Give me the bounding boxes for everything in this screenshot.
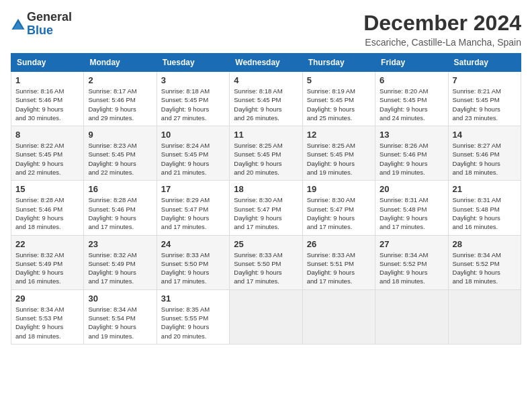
calendar-cell: 3Sunrise: 8:18 AM Sunset: 5:45 PM Daylig… bbox=[157, 72, 229, 126]
week-row-1: 1Sunrise: 8:16 AM Sunset: 5:46 PM Daylig… bbox=[11, 72, 521, 126]
day-info: Sunrise: 8:27 AM Sunset: 5:46 PM Dayligh… bbox=[453, 141, 517, 177]
calendar-cell: 18Sunrise: 8:30 AM Sunset: 5:47 PM Dayli… bbox=[230, 181, 302, 235]
day-number: 16 bbox=[88, 184, 152, 194]
calendar-cell: 22Sunrise: 8:32 AM Sunset: 5:49 PM Dayli… bbox=[11, 235, 84, 289]
day-info: Sunrise: 8:20 AM Sunset: 5:45 PM Dayligh… bbox=[380, 87, 443, 122]
day-info: Sunrise: 8:30 AM Sunset: 5:47 PM Dayligh… bbox=[234, 195, 298, 231]
logo-line1: General bbox=[27, 11, 72, 24]
logo-icon bbox=[11, 17, 26, 32]
calendar-cell: 21Sunrise: 8:31 AM Sunset: 5:48 PM Dayli… bbox=[448, 181, 521, 235]
day-number: 28 bbox=[453, 239, 517, 249]
calendar-cell: 5Sunrise: 8:19 AM Sunset: 5:45 PM Daylig… bbox=[302, 72, 375, 126]
calendar-header-row: SundayMondayTuesdayWednesdayThursdayFrid… bbox=[11, 54, 521, 72]
calendar-cell: 31Sunrise: 8:35 AM Sunset: 5:55 PM Dayli… bbox=[157, 289, 229, 344]
location-subtitle: Escariche, Castille-La Mancha, Spain bbox=[363, 37, 521, 48]
calendar-cell: 28Sunrise: 8:34 AM Sunset: 5:52 PM Dayli… bbox=[448, 235, 521, 289]
day-info: Sunrise: 8:33 AM Sunset: 5:50 PM Dayligh… bbox=[161, 250, 225, 286]
day-info: Sunrise: 8:26 AM Sunset: 5:46 PM Dayligh… bbox=[380, 141, 443, 177]
day-number: 15 bbox=[15, 184, 79, 194]
calendar-cell bbox=[448, 289, 521, 344]
calendar-cell: 2Sunrise: 8:17 AM Sunset: 5:46 PM Daylig… bbox=[84, 72, 157, 126]
calendar-cell: 16Sunrise: 8:28 AM Sunset: 5:46 PM Dayli… bbox=[84, 181, 157, 235]
day-number: 23 bbox=[88, 239, 152, 249]
page-header: General Blue December 2024 Escariche, Ca… bbox=[11, 11, 521, 48]
day-number: 4 bbox=[234, 75, 298, 85]
day-number: 17 bbox=[161, 184, 225, 194]
calendar-cell: 15Sunrise: 8:28 AM Sunset: 5:46 PM Dayli… bbox=[11, 181, 84, 235]
title-block: December 2024 Escariche, Castille-La Man… bbox=[363, 11, 521, 48]
day-info: Sunrise: 8:19 AM Sunset: 5:45 PM Dayligh… bbox=[307, 87, 371, 122]
week-row-5: 29Sunrise: 8:34 AM Sunset: 5:53 PM Dayli… bbox=[11, 289, 521, 344]
week-row-2: 8Sunrise: 8:22 AM Sunset: 5:45 PM Daylig… bbox=[11, 126, 521, 181]
calendar-cell: 29Sunrise: 8:34 AM Sunset: 5:53 PM Dayli… bbox=[11, 289, 84, 344]
calendar-cell bbox=[302, 289, 375, 344]
calendar-cell: 12Sunrise: 8:25 AM Sunset: 5:45 PM Dayli… bbox=[302, 126, 375, 181]
day-number: 22 bbox=[15, 239, 79, 249]
day-number: 14 bbox=[453, 130, 517, 140]
calendar-cell: 30Sunrise: 8:34 AM Sunset: 5:54 PM Dayli… bbox=[84, 289, 157, 344]
day-info: Sunrise: 8:31 AM Sunset: 5:48 PM Dayligh… bbox=[380, 195, 443, 231]
day-number: 2 bbox=[88, 75, 152, 85]
calendar-cell: 27Sunrise: 8:34 AM Sunset: 5:52 PM Dayli… bbox=[375, 235, 448, 289]
day-number: 24 bbox=[161, 239, 225, 249]
calendar-cell: 1Sunrise: 8:16 AM Sunset: 5:46 PM Daylig… bbox=[11, 72, 84, 126]
day-number: 21 bbox=[453, 184, 517, 194]
calendar-cell bbox=[230, 289, 302, 344]
logo-line2: Blue bbox=[27, 24, 72, 38]
day-info: Sunrise: 8:28 AM Sunset: 5:46 PM Dayligh… bbox=[88, 195, 152, 231]
column-header-saturday: Saturday bbox=[448, 54, 521, 72]
day-info: Sunrise: 8:32 AM Sunset: 5:49 PM Dayligh… bbox=[15, 250, 79, 286]
week-row-3: 15Sunrise: 8:28 AM Sunset: 5:46 PM Dayli… bbox=[11, 181, 521, 235]
day-info: Sunrise: 8:16 AM Sunset: 5:46 PM Dayligh… bbox=[15, 87, 79, 122]
day-number: 30 bbox=[88, 293, 152, 304]
column-header-friday: Friday bbox=[375, 54, 448, 72]
day-info: Sunrise: 8:33 AM Sunset: 5:51 PM Dayligh… bbox=[307, 250, 371, 286]
day-number: 29 bbox=[15, 293, 79, 304]
day-number: 11 bbox=[234, 130, 298, 140]
day-info: Sunrise: 8:35 AM Sunset: 5:55 PM Dayligh… bbox=[161, 305, 225, 340]
week-row-4: 22Sunrise: 8:32 AM Sunset: 5:49 PM Dayli… bbox=[11, 235, 521, 289]
day-number: 8 bbox=[15, 130, 79, 140]
calendar-cell: 9Sunrise: 8:23 AM Sunset: 5:45 PM Daylig… bbox=[84, 126, 157, 181]
day-number: 1 bbox=[15, 75, 79, 85]
day-info: Sunrise: 8:34 AM Sunset: 5:52 PM Dayligh… bbox=[380, 250, 443, 286]
day-info: Sunrise: 8:30 AM Sunset: 5:47 PM Dayligh… bbox=[307, 195, 371, 231]
column-header-sunday: Sunday bbox=[11, 54, 84, 72]
column-header-thursday: Thursday bbox=[302, 54, 375, 72]
column-header-wednesday: Wednesday bbox=[230, 54, 302, 72]
day-number: 18 bbox=[234, 184, 298, 194]
calendar-cell: 14Sunrise: 8:27 AM Sunset: 5:46 PM Dayli… bbox=[448, 126, 521, 181]
day-info: Sunrise: 8:25 AM Sunset: 5:45 PM Dayligh… bbox=[307, 141, 371, 177]
day-info: Sunrise: 8:21 AM Sunset: 5:45 PM Dayligh… bbox=[453, 87, 517, 122]
day-info: Sunrise: 8:31 AM Sunset: 5:48 PM Dayligh… bbox=[453, 195, 517, 231]
day-number: 19 bbox=[307, 184, 371, 194]
day-number: 3 bbox=[161, 75, 225, 85]
day-info: Sunrise: 8:34 AM Sunset: 5:53 PM Dayligh… bbox=[15, 305, 79, 340]
day-info: Sunrise: 8:23 AM Sunset: 5:45 PM Dayligh… bbox=[88, 141, 152, 177]
calendar-cell: 8Sunrise: 8:22 AM Sunset: 5:45 PM Daylig… bbox=[11, 126, 84, 181]
column-header-monday: Monday bbox=[84, 54, 157, 72]
calendar-cell: 7Sunrise: 8:21 AM Sunset: 5:45 PM Daylig… bbox=[448, 72, 521, 126]
calendar-cell: 25Sunrise: 8:33 AM Sunset: 5:50 PM Dayli… bbox=[230, 235, 302, 289]
calendar-cell: 20Sunrise: 8:31 AM Sunset: 5:48 PM Dayli… bbox=[375, 181, 448, 235]
day-info: Sunrise: 8:28 AM Sunset: 5:46 PM Dayligh… bbox=[15, 195, 79, 231]
day-number: 12 bbox=[307, 130, 371, 140]
day-number: 20 bbox=[380, 184, 443, 194]
day-number: 31 bbox=[161, 293, 225, 304]
day-info: Sunrise: 8:22 AM Sunset: 5:45 PM Dayligh… bbox=[15, 141, 79, 177]
calendar-cell: 10Sunrise: 8:24 AM Sunset: 5:45 PM Dayli… bbox=[157, 126, 229, 181]
day-number: 6 bbox=[380, 75, 443, 85]
column-header-tuesday: Tuesday bbox=[157, 54, 229, 72]
day-number: 13 bbox=[380, 130, 443, 140]
calendar-cell: 6Sunrise: 8:20 AM Sunset: 5:45 PM Daylig… bbox=[375, 72, 448, 126]
day-info: Sunrise: 8:25 AM Sunset: 5:45 PM Dayligh… bbox=[234, 141, 298, 177]
day-number: 7 bbox=[453, 75, 517, 85]
day-info: Sunrise: 8:17 AM Sunset: 5:46 PM Dayligh… bbox=[88, 87, 152, 122]
month-title: December 2024 bbox=[363, 11, 521, 36]
day-info: Sunrise: 8:33 AM Sunset: 5:50 PM Dayligh… bbox=[234, 250, 298, 286]
day-info: Sunrise: 8:34 AM Sunset: 5:54 PM Dayligh… bbox=[88, 305, 152, 340]
day-number: 25 bbox=[234, 239, 298, 249]
calendar-cell: 17Sunrise: 8:29 AM Sunset: 5:47 PM Dayli… bbox=[157, 181, 229, 235]
day-info: Sunrise: 8:29 AM Sunset: 5:47 PM Dayligh… bbox=[161, 195, 225, 231]
day-info: Sunrise: 8:34 AM Sunset: 5:52 PM Dayligh… bbox=[453, 250, 517, 286]
